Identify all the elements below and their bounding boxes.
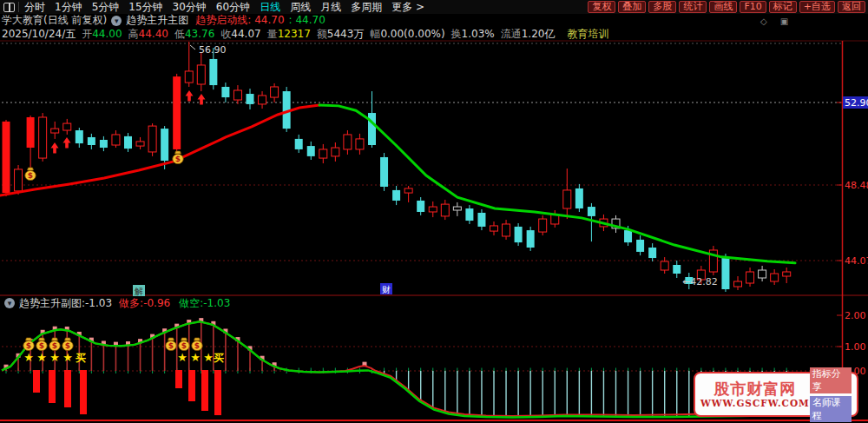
svg-text:财: 财 [382,285,391,294]
app-window: 分时1分钟5分钟15分钟30分钟60分钟日线周线月线多周期更多 > 复权叠加多股… [0,0,868,423]
short-value: -1.03 [203,296,230,310]
signal-volume-bar [80,370,87,414]
watermark-badge-1: 指标分享 [810,367,852,393]
star-icon: ★ [203,351,214,364]
sub-indicator-value: :-1.03 [82,296,112,310]
watermark-url: WWW.GSCFW.COM [700,398,810,409]
signal-volume-bar [175,370,182,388]
svg-text:$: $ [181,341,187,350]
long-value: -0.96 [143,296,170,310]
candle [283,87,291,132]
high-price-annotation: 56.90 [199,44,227,56]
candle [173,74,181,152]
svg-text:$: $ [175,155,181,163]
svg-text:$: $ [26,341,31,350]
candle [380,153,388,191]
candle [721,254,729,292]
long-label: 做多: [119,296,143,310]
watermark-title: 股市财富网 [713,380,796,398]
signal-volume-bar [64,370,71,407]
svg-text:$: $ [52,341,57,350]
candle [3,120,10,196]
signal-volume-bar [49,370,56,403]
candle [15,165,23,195]
svg-text:$: $ [194,341,200,350]
svg-text:$: $ [65,341,70,350]
buy-label: 买 [76,352,86,364]
svg-text:解: 解 [135,287,143,296]
sub-indicator-title[interactable]: 趋势主升副图 [19,296,82,310]
star-icon: ★ [23,351,34,364]
low-price-annotation: ←42.82 [682,276,718,288]
candle [148,123,156,156]
candle [709,246,717,275]
price-axis-label: 48.48 [845,180,868,191]
signal-volume-bar [214,370,221,415]
signal-volume-bar [201,370,208,411]
buy-label: 买 [214,352,224,364]
short-label: 做空: [179,296,203,310]
svg-text:$: $ [39,341,44,350]
candle [39,113,47,162]
candle [527,227,535,251]
star-icon: ★ [190,351,201,364]
sub-axis-label: 1.00 [845,341,866,353]
watermark-box: 股市财富网 WWW.GSCFW.COM 指标分享 名师课程 [694,372,858,417]
signal-volume-bar [33,370,40,393]
star-icon: ★ [177,351,187,364]
main-chart-plot[interactable]: $$56.90←42.82解财52.9048.4844.07 [0,42,868,296]
sub-axis-label: 2.00 [845,310,866,321]
watermark-badge-2: 名师课程 [810,396,852,422]
price-axis-label: 44.07 [845,255,868,267]
svg-text:52.90: 52.90 [845,97,868,109]
charts-canvas: $$56.90←42.82解财52.9048.4844.07 $$$$$$$★★… [0,0,868,423]
svg-text:$: $ [28,171,33,180]
star-icon: ★ [62,351,73,364]
star-icon: ★ [49,351,60,364]
star-icon: ★ [36,351,47,364]
svg-text:$: $ [168,341,174,350]
chevron-down-icon[interactable]: ▾ [4,298,15,308]
signal-volume-bar [188,370,195,401]
sub-chart-header: ▾ 趋势主升副图 :-1.03 做多: -0.96 做空: -1.03 [0,296,230,310]
